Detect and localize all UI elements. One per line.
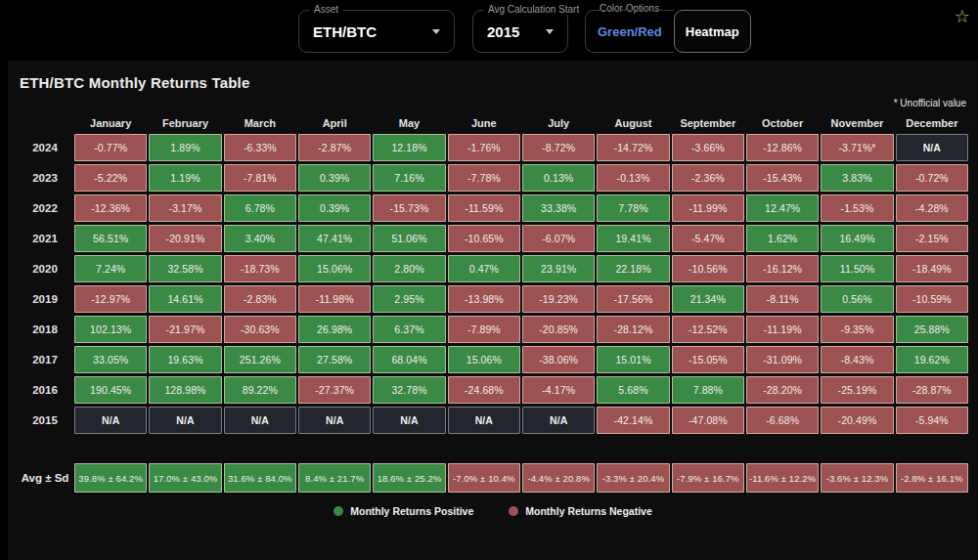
return-cell: -47.08% bbox=[672, 407, 744, 434]
return-cell: -19.23% bbox=[522, 285, 595, 313]
return-cell: 27.58% bbox=[298, 346, 371, 373]
avg-start-dropdown[interactable]: Avg Calculation Start 2015 bbox=[472, 10, 568, 53]
return-cell: -7.81% bbox=[224, 164, 296, 192]
heatmap-button[interactable]: Heatmap bbox=[674, 10, 751, 53]
return-cell: 16.49% bbox=[821, 225, 893, 252]
return-cell: -9.35% bbox=[821, 316, 893, 343]
return-cell: 3.40% bbox=[224, 225, 296, 252]
return-cell: -6.33% bbox=[224, 134, 296, 161]
return-cell: -5.47% bbox=[672, 225, 744, 252]
row-label-2023: 2023 bbox=[18, 164, 72, 192]
return-cell: -7.78% bbox=[448, 164, 520, 192]
avg-start-label: Avg Calculation Start bbox=[483, 4, 584, 15]
return-cell: 7.24% bbox=[74, 255, 147, 282]
return-cell: 5.68% bbox=[597, 376, 669, 404]
legend-label: Monthly Returns Negative bbox=[525, 505, 652, 517]
legend: Monthly Returns PositiveMonthly Returns … bbox=[8, 505, 978, 517]
return-cell: -5.94% bbox=[896, 407, 968, 434]
return-cell: -8.43% bbox=[821, 346, 893, 373]
return-cell: 1.19% bbox=[149, 164, 221, 192]
green-red-button[interactable]: Green/Red bbox=[585, 10, 674, 53]
return-cell: 11.50% bbox=[821, 255, 893, 282]
return-cell: 0.56% bbox=[821, 285, 893, 313]
return-cell: 32.78% bbox=[373, 376, 445, 404]
column-header-march: March bbox=[224, 112, 296, 134]
return-cell: -18.49% bbox=[896, 255, 968, 282]
return-cell: 15.06% bbox=[448, 346, 520, 373]
asset-label: Asset bbox=[309, 4, 343, 15]
return-cell: 33.05% bbox=[74, 346, 147, 373]
favorite-star-icon[interactable]: ☆ bbox=[955, 6, 970, 27]
return-cell: 31.6% ± 84.0% bbox=[224, 463, 296, 493]
return-cell: -4.17% bbox=[522, 376, 595, 404]
return-cell: -6.68% bbox=[746, 407, 819, 434]
return-cell: -3.6% ± 12.3% bbox=[821, 463, 893, 493]
return-cell: N/A bbox=[522, 407, 595, 434]
returns-grid: 2024-0.77%1.89%-6.33%-2.87%12.18%-1.76%-… bbox=[18, 134, 968, 434]
return-cell: -7.0% ± 10.4% bbox=[448, 463, 520, 493]
return-cell: -31.09% bbox=[746, 346, 819, 373]
return-cell: -10.65% bbox=[448, 225, 520, 252]
asset-dropdown[interactable]: Asset ETH/BTC bbox=[298, 10, 455, 53]
avg-start-dropdown-control[interactable]: 2015 bbox=[473, 11, 567, 52]
return-cell: -2.83% bbox=[224, 285, 296, 313]
return-cell: N/A bbox=[74, 407, 147, 434]
returns-panel: ETH/BTC Monthly Returns Table * Unoffici… bbox=[8, 61, 978, 560]
return-cell: -0.13% bbox=[597, 164, 669, 192]
row-label-2021: 2021 bbox=[18, 225, 72, 252]
return-cell: -21.97% bbox=[149, 316, 221, 343]
return-cell: 7.78% bbox=[597, 194, 669, 222]
chevron-down-icon bbox=[546, 29, 554, 34]
positive-dot-icon bbox=[333, 506, 343, 516]
return-cell: 6.78% bbox=[224, 194, 296, 222]
column-header-december: December bbox=[896, 112, 968, 134]
column-header-january: January bbox=[74, 112, 147, 134]
return-cell: -12.86% bbox=[746, 134, 819, 161]
return-cell: -4.28% bbox=[896, 194, 968, 222]
legend-item: Monthly Returns Negative bbox=[509, 505, 652, 517]
return-cell: -30.63% bbox=[224, 316, 296, 343]
return-cell: 1.89% bbox=[149, 134, 221, 161]
return-cell: -6.07% bbox=[522, 225, 595, 252]
column-header-november: November bbox=[821, 112, 893, 134]
chevron-down-icon bbox=[432, 29, 440, 34]
return-cell: -20.85% bbox=[522, 316, 595, 343]
return-cell: 22.18% bbox=[597, 255, 669, 282]
legend-item: Monthly Returns Positive bbox=[333, 505, 473, 517]
return-cell: 3.83% bbox=[821, 164, 893, 192]
column-header-april: April bbox=[298, 112, 371, 134]
unofficial-value-footnote: * Unofficial value bbox=[8, 98, 978, 108]
return-cell: N/A bbox=[448, 407, 520, 434]
return-cell: -38.06% bbox=[522, 346, 595, 373]
return-cell: 15.06% bbox=[298, 255, 371, 282]
return-cell: N/A bbox=[896, 134, 968, 161]
return-cell: 89.22% bbox=[224, 376, 296, 404]
asset-dropdown-control[interactable]: ETH/BTC bbox=[299, 11, 454, 52]
return-cell: -25.19% bbox=[821, 376, 893, 404]
return-cell: N/A bbox=[298, 407, 371, 434]
return-cell: -10.56% bbox=[672, 255, 744, 282]
return-cell: -17.56% bbox=[597, 285, 669, 313]
return-cell: -3.71%* bbox=[821, 134, 893, 161]
return-cell: 8.4% ± 21.7% bbox=[298, 463, 371, 493]
return-cell: 56.51% bbox=[74, 225, 147, 252]
return-cell: 18.6% ± 25.2% bbox=[373, 463, 445, 493]
legend-label: Monthly Returns Positive bbox=[350, 505, 473, 517]
return-cell: 2.80% bbox=[373, 255, 445, 282]
return-cell: -4.4% ± 20.8% bbox=[522, 463, 595, 493]
return-cell: 128.98% bbox=[149, 376, 221, 404]
avg-start-value: 2015 bbox=[487, 23, 519, 40]
return-cell: -7.89% bbox=[448, 316, 520, 343]
return-cell: -12.97% bbox=[74, 285, 147, 313]
return-cell: 33.38% bbox=[522, 194, 595, 222]
top-control-bar: Asset ETH/BTC Avg Calculation Start 2015… bbox=[0, 0, 978, 61]
return-cell: N/A bbox=[373, 407, 445, 434]
return-cell: -14.72% bbox=[597, 134, 669, 161]
return-cell: -12.36% bbox=[74, 194, 147, 222]
return-cell: 19.62% bbox=[896, 346, 968, 373]
return-cell: -2.8% ± 16.1% bbox=[896, 463, 968, 493]
return-cell: -3.3% ± 20.4% bbox=[597, 463, 669, 493]
return-cell: -7.9% ± 16.7% bbox=[672, 463, 744, 493]
row-label-2020: 2020 bbox=[18, 255, 72, 282]
return-cell: -1.53% bbox=[821, 194, 893, 222]
